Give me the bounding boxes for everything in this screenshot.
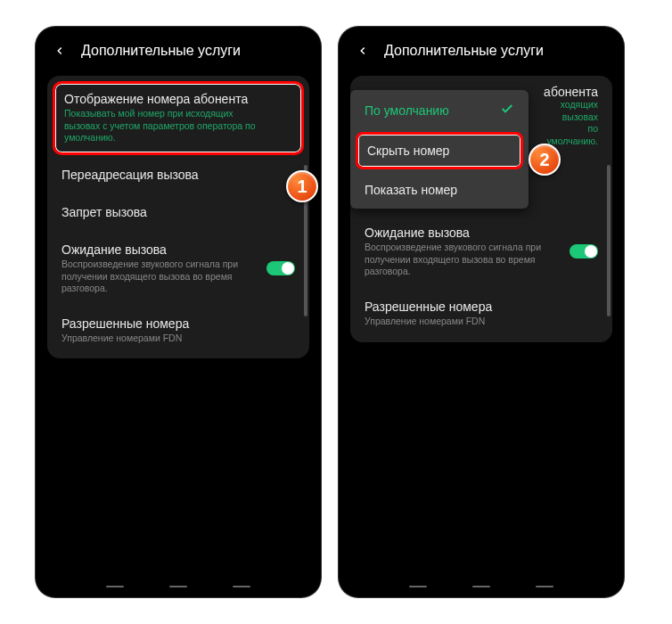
setting-call-waiting[interactable]: Ожидание вызова Воспроизведение звуковог… [350,215,612,289]
setting-desc: Показывать мой номер при исходящих вызов… [64,108,292,144]
setting-call-barring[interactable]: Запрет вызова [47,194,309,232]
caller-id-popup: По умолчанию Скрыть номер Показать номер [350,90,529,209]
setting-call-waiting[interactable]: Ожидание вызова Воспроизведение звуковог… [47,232,309,306]
step-number: 2 [539,150,549,170]
nav-back-icon[interactable] [233,586,250,587]
popup-option-hide[interactable]: Скрыть номер [356,132,523,169]
page-title: Дополнительные услуги [81,43,241,59]
page-title: Дополнительные услуги [384,43,544,59]
settings-panel: Отображение номера абонента Показывать м… [47,76,309,358]
step-badge-2: 2 [529,144,561,176]
toggle-call-waiting[interactable] [266,261,295,275]
setting-title: Отображение номера абонента [64,92,292,106]
setting-desc: Воспроизведение звукового сигнала при по… [61,259,295,295]
phone-right: Дополнительные услуги абонента ходящих в… [339,27,624,597]
check-icon [500,102,514,119]
nav-recent-icon[interactable] [409,586,427,587]
setting-fixed-dialing[interactable]: Разрешенные номера Управление номерами F… [47,306,309,356]
setting-desc: Воспроизведение звукового сигнала при по… [365,242,598,278]
setting-call-forwarding[interactable]: Переадресация вызова [47,157,309,194]
setting-caller-id-bg: абонента ходящих вызовах по умолчанию. [537,85,598,148]
nav-bar [341,586,621,587]
setting-desc: Управление номерами FDN [365,316,598,328]
setting-fixed-dialing[interactable]: Разрешенные номера Управление номерами F… [350,289,612,339]
popup-option-default[interactable]: По умолчанию [350,90,529,130]
setting-desc: Управление номерами FDN [61,333,295,345]
toggle-call-waiting[interactable] [570,244,598,259]
nav-back-icon[interactable] [536,586,553,587]
setting-title: Переадресация вызова [61,168,295,182]
setting-title: Разрешенные номера [365,300,598,314]
screen-right: Дополнительные услуги абонента ходящих в… [341,29,621,595]
option-label: По умолчанию [365,103,449,118]
setting-title: Ожидание вызова [61,242,295,257]
popup-option-show[interactable]: Показать номер [350,171,529,209]
option-label: Показать номер [365,183,457,197]
option-label: Скрыть номер [367,144,449,158]
setting-caller-id[interactable]: Отображение номера абонента Показывать м… [53,81,304,155]
setting-title: Запрет вызова [61,205,295,219]
nav-recent-icon[interactable] [106,586,124,587]
setting-title: Ожидание вызова [365,226,598,240]
app-header: Дополнительные услуги [341,29,621,69]
back-icon[interactable] [51,42,69,60]
app-header: Дополнительные услуги [38,29,318,69]
step-number: 1 [297,177,307,197]
nav-bar [38,586,318,587]
screen-left: Дополнительные услуги Отображение номера… [38,29,318,595]
bg-desc: ходящих вызовах [537,99,598,123]
bg-title: абонента [537,85,598,99]
phone-left: Дополнительные услуги Отображение номера… [36,27,321,597]
nav-home-icon[interactable] [472,586,490,587]
setting-title: Разрешенные номера [61,316,295,331]
step-badge-1: 1 [286,170,318,202]
nav-home-icon[interactable] [169,586,187,587]
back-icon[interactable] [354,42,372,60]
